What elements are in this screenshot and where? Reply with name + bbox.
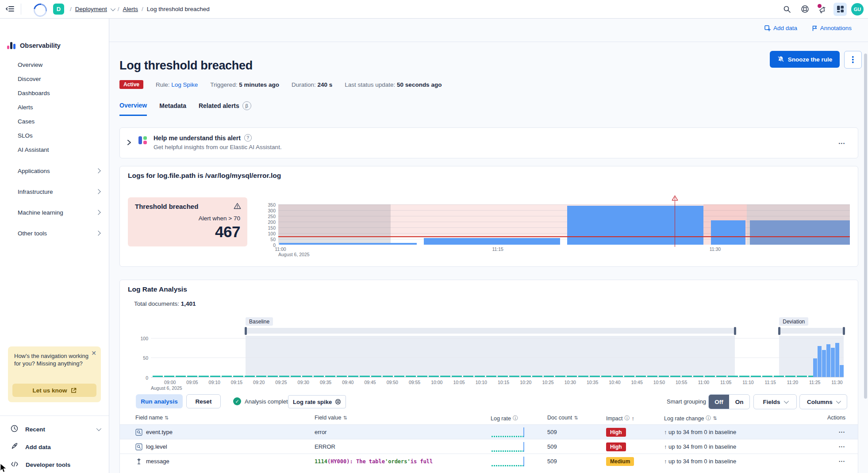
deviation-brush-handle[interactable] [778,327,780,335]
alert-marker-warning-icon [672,195,678,203]
x-axis-tick-label: 10:40 [609,380,620,385]
breadcrumb-item[interactable]: Deployment [75,6,107,12]
sort-icon[interactable]: ⇅ [165,415,169,421]
table-row[interactable]: message1114 (HY000): The table 'orders' … [120,454,858,469]
add-data-link[interactable]: Add data [764,25,797,31]
sidebar-item-discover[interactable]: Discover [0,72,109,85]
sort-icon[interactable]: ⇅ [713,415,717,421]
chevron-down-icon[interactable] [111,6,115,11]
expand-chevron-icon[interactable] [127,139,131,147]
sidebar-item-slos[interactable]: SLOs [0,129,109,142]
x-axis-date-label: August 6, 2025 [151,385,182,391]
info-icon[interactable]: ? [244,134,252,142]
toggle-off-button[interactable]: Off [709,395,729,409]
deviation-label: Deviation [779,317,808,326]
sidebar-group-infrastructure[interactable]: Infrastructure [0,184,109,199]
row-actions-icon[interactable]: ▪▪▪ [839,459,845,463]
log-rate-chart[interactable] [151,336,844,377]
sparkline-spike [523,427,525,437]
table-row[interactable]: log.levelERROR509High↑ up to 34 from 0 i… [120,439,858,454]
doc-count-cell: 509 [547,425,557,439]
sidebar-group-other-tools[interactable]: Other tools [0,226,109,241]
reset-button[interactable]: Reset [186,394,221,408]
rule-link[interactable]: Log Spike [171,81,198,88]
log-rate-spike-badge[interactable]: Log rate spike [288,395,346,408]
sidebar-footer-add-data[interactable]: Add data [0,439,109,454]
sidebar-item-overview[interactable]: Overview [0,58,109,71]
panel-options-icon[interactable]: ▪▪▪ [838,141,845,146]
vertical-scrollbar[interactable] [864,18,867,473]
sidebar-group-applications[interactable]: Applications [0,163,109,178]
breadcrumb-item[interactable]: Alerts [123,6,138,12]
row-actions-icon[interactable]: ▪▪▪ [839,445,845,449]
column-header-impact[interactable]: Impactⓘ↑ [606,415,634,422]
deployment-badge[interactable]: D [53,4,64,15]
apps-grid-icon[interactable] [833,3,847,16]
deviation-spike-bar [822,350,826,377]
annotations-link[interactable]: Annotations [812,25,852,31]
tab-related-alerts[interactable]: Related alertsβ [199,101,251,116]
column-header-doc-count[interactable]: Doc count⇅ [547,415,578,421]
field-name-cell: event.type [135,425,173,439]
tab-overview[interactable]: Overview [119,101,147,116]
x-axis-tick-label: 11:20 [787,380,799,385]
observability-icon [7,42,15,49]
column-header-log-rate[interactable]: Log rateⓘ [491,415,518,422]
impact-badge: Medium [606,457,634,466]
x-axis-line [151,377,844,377]
baseline-brush[interactable] [246,328,735,334]
column-header-actions[interactable]: Actions [827,415,845,421]
sidebar-group-machine-learning[interactable]: Machine learning [0,205,109,220]
baseline-brush-handle[interactable] [734,327,736,335]
x-axis-tick-label: 09:30 [298,380,309,385]
table-row[interactable]: event.typeerror509High↑ up to 34 from 0 … [120,424,858,439]
x-axis-tick-label: 11:05 [720,380,732,385]
sort-ascending-icon[interactable]: ↑ [632,415,635,422]
row-actions-icon[interactable]: ▪▪▪ [839,430,845,434]
row-actions-cell[interactable]: ▪▪▪ [839,454,845,469]
column-header-log-rate-change[interactable]: Log rate changeⓘ⇅ [664,415,717,422]
sidebar-item-ai-assistant[interactable]: AI Assistant [0,143,109,156]
threshold-chart[interactable] [278,204,850,245]
add-data-icon [764,25,771,31]
toggle-on-button[interactable]: On [729,395,749,409]
sidebar-item-cases[interactable]: Cases [0,115,109,128]
threshold-line [278,236,850,237]
run-analysis-button[interactable]: Run analysis [136,394,183,408]
clock-icon [11,425,18,434]
deviation-brush[interactable] [779,328,844,334]
sort-icon[interactable]: ⇅ [574,415,578,421]
row-actions-cell[interactable]: ▪▪▪ [839,425,845,439]
collapse-menu-icon[interactable] [5,4,16,14]
columns-dropdown[interactable]: Columns [799,394,847,409]
sidebar-footer-recent[interactable]: Recent [0,422,109,437]
analysis-status: ✓ Analysis complete [233,394,291,408]
close-icon[interactable]: ✕ [91,350,96,356]
column-header-field-value[interactable]: Field value⇅ [315,415,347,421]
sidebar: Observability OverviewDiscoverDashboards… [0,18,109,473]
sidebar-footer-developer-tools[interactable]: Developer tools [0,457,109,472]
column-header-field-name[interactable]: Field name⇅ [135,415,169,421]
snooze-rule-button[interactable]: Snooze the rule [770,51,840,68]
smart-grouping-label: Smart grouping [667,394,706,408]
x-axis-tick-label: 09:25 [275,380,287,385]
rule-actions-menu-button[interactable] [844,51,862,69]
help-icon[interactable] [798,3,811,16]
sidebar-item-alerts[interactable]: Alerts [0,100,109,114]
rocket-icon [11,442,18,451]
news-icon[interactable] [816,3,829,16]
row-actions-cell[interactable]: ▪▪▪ [839,439,845,454]
x-axis-tick-label: 11:10 [742,380,754,385]
deviation-brush-handle[interactable] [843,327,845,335]
y-axis-tick-label: 100 [133,336,148,341]
sidebar-item-dashboards[interactable]: Dashboards [0,86,109,100]
fields-dropdown[interactable]: Fields [753,394,797,409]
let-us-know-button[interactable]: Let us know [12,384,96,397]
sort-icon[interactable]: ⇅ [343,415,347,421]
scrollbar-thumb[interactable] [864,54,867,399]
user-avatar[interactable]: GU [851,3,864,15]
baseline-brush-handle[interactable] [245,327,247,335]
sparkline-baseline [492,436,523,437]
tab-metadata[interactable]: Metadata [159,101,186,116]
search-icon[interactable] [780,3,794,16]
